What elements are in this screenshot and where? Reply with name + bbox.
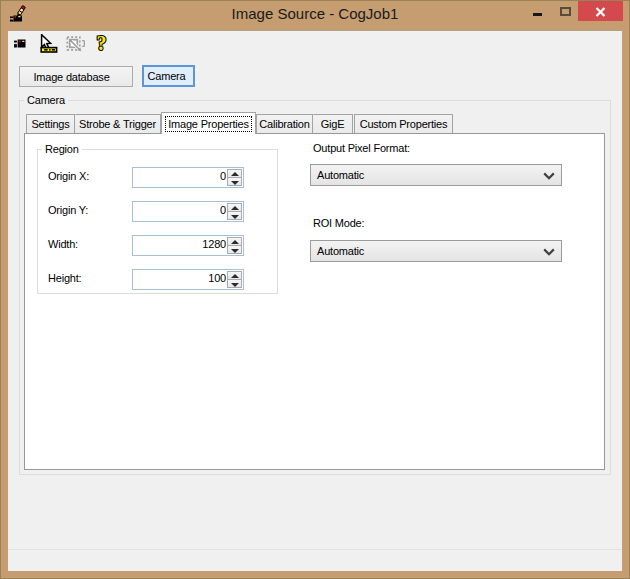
svg-text:?: ? xyxy=(97,33,107,54)
